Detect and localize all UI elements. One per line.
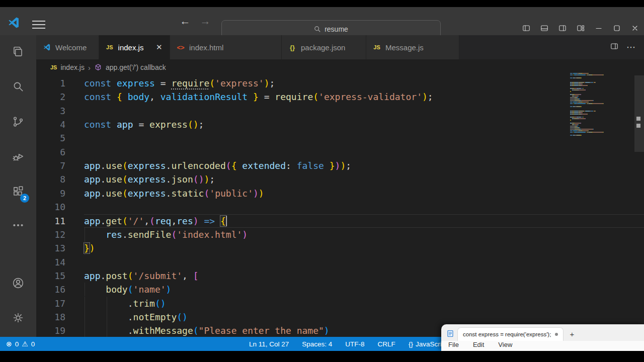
indent-guide <box>85 297 85 310</box>
title-bar: ← → resume <box>0 7 644 35</box>
code-line-7[interactable]: 7app.use(express.urlencoded({ extended: … <box>36 159 644 172</box>
notepad-new-tab-button[interactable]: + <box>570 330 574 338</box>
code-line-16[interactable]: 16 body('name') <box>36 283 644 296</box>
line-number: 8 <box>36 172 65 186</box>
problems-summary[interactable]: ⊗ 0 ⚠ 0 <box>0 340 35 348</box>
minimap-line <box>570 100 620 101</box>
activity-more-icon[interactable] <box>0 213 36 237</box>
editor-group: WelcomeJSindex.js✕<>index.html{}package.… <box>36 35 644 337</box>
minimap-line <box>570 136 620 137</box>
js-file-icon: JS <box>50 64 57 70</box>
tab-index-html[interactable]: <>index.html <box>170 35 282 59</box>
code-line-6[interactable]: 6 <box>36 145 644 159</box>
code-line-18[interactable]: 18 .notEmpty() <box>36 310 644 324</box>
customize-layout-icon[interactable] <box>572 20 590 37</box>
minimap-line <box>570 88 620 89</box>
code-line-12[interactable]: 12 res.sendFile('index.html') <box>36 228 644 241</box>
code-line-9[interactable]: 9app.use(express.static('public')) <box>36 187 644 200</box>
error-count: 0 <box>15 340 19 348</box>
nav-forward-icon[interactable]: → <box>199 15 211 27</box>
activity-source-control-icon[interactable] <box>0 110 36 134</box>
minimap-line <box>570 124 620 125</box>
tab-label: Welcome <box>55 43 87 52</box>
notepad-menu-bar: FileEditView <box>441 341 644 351</box>
activity-account-icon[interactable] <box>0 271 36 295</box>
activity-run-debug-icon[interactable] <box>0 144 36 168</box>
tab-message-js[interactable]: JSMessage.js <box>366 35 459 59</box>
tab-label: Message.js <box>385 43 424 52</box>
status-ln-11-col-27[interactable]: Ln 11, Col 27 <box>249 340 289 348</box>
notepad-tab-title: const express = require('express'); <box>463 331 551 337</box>
tab-label: package.json <box>301 43 345 52</box>
code-line-3[interactable]: 3 <box>36 104 644 118</box>
minimap-line <box>570 102 620 103</box>
tab-label: index.html <box>189 43 223 52</box>
status-crlf[interactable]: CRLF <box>378 340 395 348</box>
minimize-icon[interactable] <box>590 20 608 37</box>
nav-back-icon[interactable]: ← <box>179 15 191 27</box>
menu-hamburger-icon[interactable] <box>32 18 45 26</box>
code-line-15[interactable]: 15app.post('/submit', [ <box>36 269 644 283</box>
line-number: 9 <box>36 187 65 200</box>
minimap-line <box>570 120 620 121</box>
breadcrumb[interactable]: JS index.js › app.get('/') callback <box>36 59 644 75</box>
close-icon[interactable]: ✕ <box>154 43 164 52</box>
notepad-title-bar: const express = require('express'); + <box>441 324 644 341</box>
code-line-1[interactable]: 1const express = require('express'); <box>36 76 644 90</box>
activity-explorer-icon[interactable] <box>0 40 36 64</box>
json-file-icon: {} <box>288 44 297 51</box>
status-spaces-4[interactable]: Spaces: 4 <box>302 340 332 348</box>
code-line-8[interactable]: 8app.use(express.json()); <box>36 172 644 186</box>
minimap-line <box>570 73 620 74</box>
minimap-line <box>570 74 620 75</box>
activity-settings-icon[interactable] <box>0 306 36 330</box>
minimap-line <box>570 118 620 119</box>
minimap-line <box>570 129 620 130</box>
editor-more-actions-icon[interactable]: ⋯ <box>626 42 636 53</box>
activity-search-icon[interactable] <box>0 74 36 99</box>
code-line-11[interactable]: 11app.get('/',(req,res) => { <box>36 214 644 228</box>
notepad-menu-file[interactable]: File <box>448 341 459 351</box>
minimap-line <box>570 97 620 98</box>
split-editor-icon[interactable] <box>610 42 618 52</box>
minimap[interactable] <box>570 73 620 139</box>
toggle-primary-sidebar-icon[interactable] <box>517 20 535 37</box>
toggle-panel-icon[interactable] <box>535 20 553 37</box>
breadcrumb-symbol[interactable]: app.get('/') callback <box>106 63 166 71</box>
activity-extensions-icon[interactable]: 2 <box>0 179 36 204</box>
line-content: app.post('/submit', [ <box>84 269 644 283</box>
notepad-tab[interactable]: const express = require('express'); <box>457 327 564 341</box>
close-icon[interactable] <box>626 20 644 37</box>
indent-guide <box>85 228 85 241</box>
code-line-17[interactable]: 17 .trim() <box>36 297 644 310</box>
line-content <box>84 255 644 269</box>
notepad-overlay-window[interactable]: const express = require('express'); + Fi… <box>441 324 644 351</box>
code-line-5[interactable]: 5 <box>36 131 644 145</box>
breadcrumb-file[interactable]: index.js <box>60 63 84 71</box>
code-line-10[interactable]: 10 <box>36 200 644 214</box>
line-content <box>84 145 644 159</box>
status-utf-8[interactable]: UTF-8 <box>345 340 364 348</box>
error-icon: ⊗ <box>6 340 12 348</box>
toggle-secondary-sidebar-icon[interactable] <box>553 20 572 37</box>
line-number: 6 <box>36 145 65 159</box>
minimap-line <box>570 77 620 78</box>
code-line-4[interactable]: 4const app = express(); <box>36 118 644 131</box>
tab-index-js[interactable]: JSindex.js✕ <box>99 35 170 59</box>
code-line-14[interactable]: 14 <box>36 255 644 269</box>
indent-guide <box>85 324 85 337</box>
tab-welcome[interactable]: Welcome <box>36 35 99 59</box>
notepad-menu-view[interactable]: View <box>498 341 512 351</box>
scrollbar-thumb[interactable] <box>634 75 644 152</box>
code-editor[interactable]: 1const express = require('express');2con… <box>36 75 644 337</box>
tab-package-json[interactable]: {}package.json <box>282 35 366 59</box>
notepad-menu-edit[interactable]: Edit <box>473 341 484 351</box>
code-line-13[interactable]: 13}) <box>36 241 644 255</box>
line-number: 11 <box>36 214 65 228</box>
js-file-icon: JS <box>372 44 381 50</box>
code-line-2[interactable]: 2const { body, validationResult } = requ… <box>36 90 644 104</box>
line-content: app.get('/',(req,res) => { <box>84 214 644 228</box>
maximize-icon[interactable] <box>608 20 626 37</box>
unsaved-dot-icon <box>555 333 558 336</box>
search-icon <box>314 26 321 33</box>
